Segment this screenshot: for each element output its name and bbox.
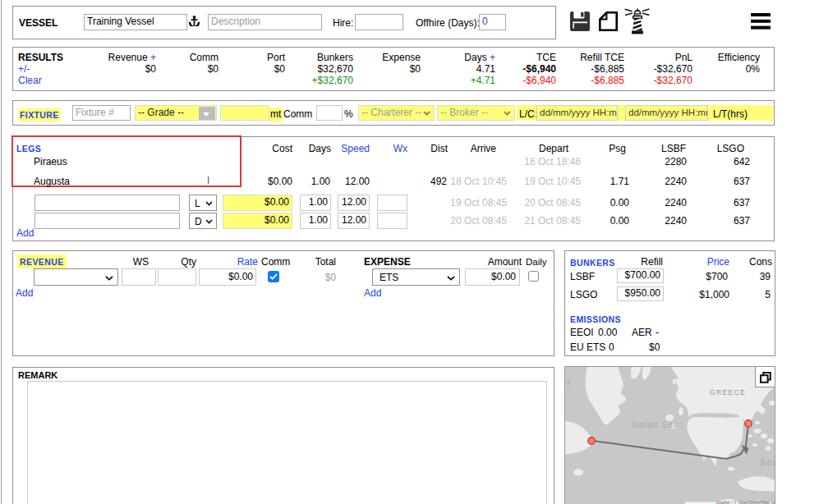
svg-text:GREECE: GREECE — [710, 388, 746, 396]
svg-text:Leaflet | © OpenStreetMap cont: Leaflet | © OpenStreetMap contributors — [716, 500, 775, 504]
svg-text:Ionian Sea: Ionian Sea — [632, 420, 679, 429]
svg-text:Sea: Sea — [760, 458, 775, 467]
svg-text:7: 7 — [567, 379, 571, 387]
